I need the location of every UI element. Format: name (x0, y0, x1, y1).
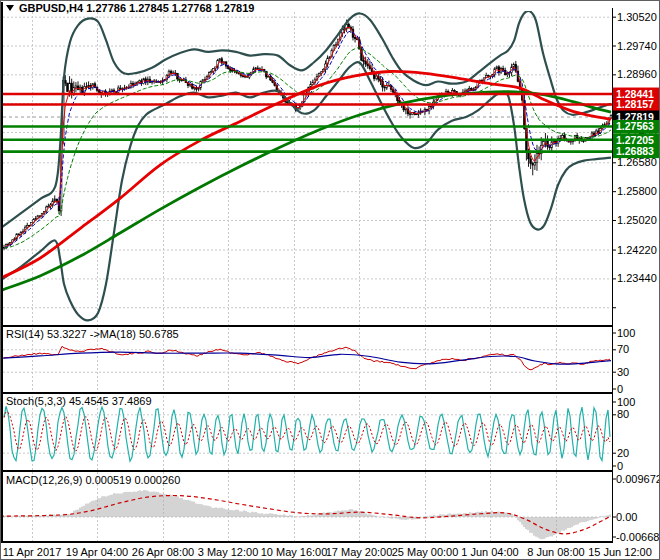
stoch-panel[interactable] (2, 394, 612, 470)
main-chart-area[interactable] (2, 10, 612, 325)
chart-canvas[interactable]: 1.305201.297401.289601.281801.274001.265… (0, 0, 660, 560)
rsi-panel[interactable] (2, 327, 612, 392)
price-axis[interactable] (613, 8, 660, 543)
mt4-chart-window: 1.305201.297401.289601.281801.274001.265… (0, 0, 660, 560)
macd-panel[interactable] (2, 472, 612, 541)
time-axis[interactable] (2, 543, 612, 559)
